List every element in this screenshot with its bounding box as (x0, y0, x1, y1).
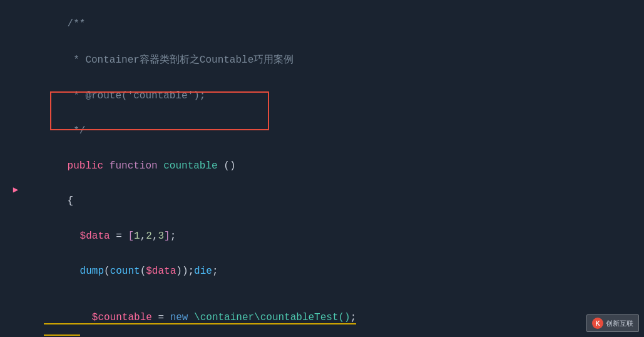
code-line-1: /** (0, 6, 644, 41)
line-gutter-6: ▶ (0, 184, 25, 195)
space (188, 312, 194, 323)
space2 (158, 160, 164, 172)
line-content-4: */ (25, 114, 644, 148)
line-content-7: $data = [1,2,3]; (25, 219, 644, 253)
watermark-icon: K (592, 318, 603, 329)
line-content-1: /** (25, 7, 644, 41)
class-path: \container\countableTest() (194, 312, 350, 323)
countable-underline: $countable = new \container\countableTes… (44, 312, 356, 336)
watermark: K 创新互联 (586, 314, 639, 332)
paren-c2: ) (176, 266, 182, 277)
code-line-6: ▶ { (0, 184, 644, 219)
num3: 3 (158, 231, 165, 242)
space (110, 231, 116, 242)
semi4: ; (350, 312, 357, 323)
kw-function: function (110, 160, 158, 172)
line-content-2: * Container容器类剖析之Countable巧用案例 (25, 42, 644, 78)
code-line-3: * @route('countable'); (0, 78, 644, 113)
code-line-5: public function countable () (0, 148, 644, 184)
die-kw: die (194, 266, 212, 277)
func-dump: dump (80, 266, 104, 277)
bracket-close: ] (164, 231, 170, 242)
code-line-9: $countable = new \container\countableTes… (0, 289, 644, 337)
line-content-9: $countable = new \container\countableTes… (25, 289, 644, 337)
comment-1: /** (68, 18, 86, 29)
line-content-8: dump(count($data));die; (25, 254, 644, 288)
line-content-5: public function countable () (25, 149, 644, 183)
semi3: ; (212, 266, 218, 277)
line-content-3: * @route('countable'); (25, 79, 644, 113)
code-line-2: * Container容器类剖析之Countable巧用案例 (0, 41, 644, 78)
bracket-open: [ (128, 231, 134, 242)
watermark-text: 创新互联 (606, 319, 633, 328)
kw-new: new (170, 312, 188, 323)
comment-3: * @route('countable'); (68, 90, 206, 101)
func-name: countable (163, 160, 217, 172)
equals: = (116, 231, 122, 242)
code-line-7: $data = [1,2,3]; (0, 219, 644, 254)
num1: 1 (134, 231, 140, 242)
paren-c1: ( (140, 266, 146, 277)
semi1: ; (170, 231, 176, 242)
equals2: = (158, 312, 164, 323)
space (152, 312, 158, 323)
code-line-4: */ (0, 113, 644, 148)
open-brace: { (68, 195, 74, 207)
space (122, 231, 128, 242)
func-count1: count (110, 266, 140, 277)
code-line-8: dump(count($data));die; (0, 254, 644, 289)
semi2: ; (188, 266, 194, 277)
var-data2: $data (146, 266, 176, 277)
watermark-icon-letter: K (595, 320, 600, 327)
space (103, 160, 110, 172)
comma2: , (152, 231, 158, 242)
line-content-6: { (25, 184, 644, 218)
line-arrow-6: ▶ (11, 184, 20, 195)
comma1: , (140, 231, 146, 242)
comment-2: * Container容器类剖析之Countable巧用案例 (68, 54, 294, 66)
space (164, 312, 170, 323)
kw-public: public (68, 160, 104, 172)
comment-4: */ (68, 125, 86, 137)
code-editor: /** * Container容器类剖析之Countable巧用案例 * @ro… (0, 0, 644, 337)
var-countable: $countable (92, 312, 152, 323)
paren-open: () (218, 160, 236, 172)
paren-d1: ( (104, 266, 110, 277)
num2: 2 (146, 231, 152, 242)
var-data: $data (80, 231, 110, 242)
